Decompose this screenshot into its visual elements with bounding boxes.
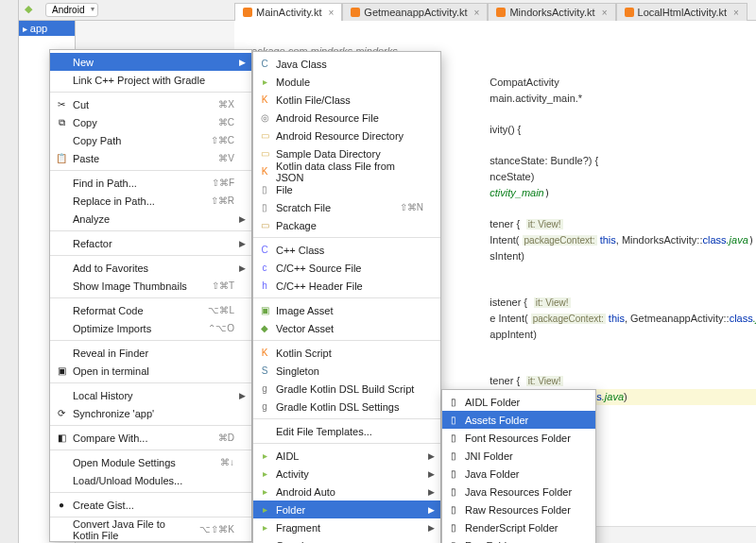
context-menu-item[interactable]: ✂Cut⌘X — [50, 95, 251, 113]
context-menu-item[interactable]: Refactor▶ — [50, 234, 251, 252]
new-menu-item[interactable]: ◆Vector Asset — [253, 319, 440, 337]
new-menu-item[interactable]: cC/C++ Source File — [253, 259, 440, 277]
menu-item-label: C/C++ Source File — [276, 263, 361, 274]
menu-item-label: Load/Unload Modules... — [73, 475, 182, 486]
tab-getmeanapp[interactable]: GetmeanappActivity.kt× — [342, 3, 488, 21]
menu-item-icon: ⧉ — [55, 116, 68, 129]
context-menu-item[interactable]: ◧Compare With...⌘D — [50, 429, 251, 447]
new-menu-item[interactable]: ▭Package — [253, 216, 440, 234]
menu-item-icon: ● — [55, 499, 68, 512]
new-menu-item[interactable]: ▯File — [253, 180, 440, 198]
folder-menu-item[interactable]: ▯Java Resources Folder — [442, 483, 595, 501]
menu-item-icon: K — [258, 93, 271, 107]
new-menu-item[interactable]: Edit File Templates... — [253, 422, 440, 440]
context-menu-item[interactable]: Load/Unload Modules... — [50, 471, 251, 489]
context-menu-item[interactable]: Convert Java File to Kotlin File⌥⇧⌘K — [50, 520, 251, 538]
menu-item-icon: h — [258, 280, 271, 293]
menu-item-icon: ▸ — [258, 467, 271, 481]
context-menu-item[interactable]: Link C++ Project with Gradle — [50, 71, 251, 89]
menu-item-icon: ⟳ — [55, 407, 68, 420]
new-menu-item[interactable]: hC/C++ Header File — [253, 277, 440, 295]
new-menu-item[interactable]: ▸Module — [253, 73, 440, 91]
new-menu-item[interactable]: ▸Fragment▶ — [253, 518, 440, 536]
folder-menu-item[interactable]: ▯Raw Resources Folder — [442, 501, 595, 518]
context-menu-item[interactable]: Analyze▶ — [50, 210, 251, 228]
context-menu-item[interactable]: Open Module Settings⌘↓ — [50, 453, 251, 471]
close-icon[interactable]: × — [474, 8, 480, 18]
context-menu-item[interactable]: Optimize Imports⌃⌥O — [50, 319, 251, 337]
new-menu-item[interactable]: ▭Android Resource Directory — [253, 127, 440, 144]
project-node-app[interactable]: ▸ app — [19, 21, 75, 36]
context-menu-item[interactable]: ⟳Synchronize 'app' — [50, 404, 251, 422]
context-menu-item[interactable]: Find in Path...⇧⌘F — [50, 174, 251, 192]
tab-mainactivity[interactable]: MainActivity.kt× — [234, 3, 342, 21]
menu-item-label: Activity — [276, 468, 309, 480]
new-menu-item[interactable]: gGradle Kotlin DSL Settings — [253, 398, 440, 416]
context-menu-item[interactable]: ●Create Gist... — [50, 496, 251, 514]
menu-item-icon: ▣ — [55, 365, 68, 378]
menu-item-label: Singleton — [276, 365, 319, 377]
new-menu-item[interactable]: ▸AIDL▶ — [253, 447, 440, 465]
folder-menu-item[interactable]: ▯Java Folder — [442, 465, 595, 483]
folder-menu-item[interactable]: ▯Assets Folder — [442, 411, 595, 429]
menu-separator — [50, 92, 251, 93]
menu-item-label: RenderScript Folder — [465, 522, 558, 534]
menu-item-icon: ▯ — [447, 450, 460, 463]
context-menu-item[interactable]: Add to Favorites▶ — [50, 259, 251, 277]
new-menu-item[interactable]: gGradle Kotlin DSL Build Script — [253, 380, 440, 398]
context-menu-item[interactable]: ▣Open in terminal — [50, 362, 251, 380]
new-menu-item[interactable]: ▸Android Auto▶ — [253, 483, 440, 501]
kotlin-file-icon — [625, 8, 634, 17]
close-icon[interactable]: × — [733, 8, 739, 18]
submenu-arrow-icon: ▶ — [239, 58, 246, 67]
new-menu-item[interactable]: KKotlin Script — [253, 344, 440, 362]
menu-item-icon: ▸ — [258, 76, 271, 89]
new-menu-item[interactable]: ▸Google▶ — [253, 536, 440, 543]
folder-menu-item[interactable]: ▯AIDL Folder — [442, 393, 595, 411]
folder-menu-item[interactable]: ▯Res Folder — [442, 536, 595, 543]
context-menu-item[interactable]: ⧉Copy⌘C — [50, 113, 251, 131]
context-menu-item[interactable]: Reformat Code⌥⌘L — [50, 301, 251, 319]
context-menu-item[interactable]: New▶ — [50, 53, 251, 71]
menu-item-label: Local History — [73, 390, 133, 401]
menu-item-label: Sample Data Directory — [276, 148, 381, 160]
menu-item-icon: K — [258, 347, 271, 360]
menu-item-label: Open Module Settings — [73, 457, 176, 468]
new-menu-item[interactable]: ▸Activity▶ — [253, 465, 440, 483]
menu-item-label: Raw Resources Folder — [465, 504, 571, 516]
menu-item-label: New — [73, 57, 94, 68]
context-menu-item[interactable]: Show Image Thumbnails⇧⌘T — [50, 277, 251, 295]
menu-item-label: Link C++ Project with Gradle — [73, 75, 205, 86]
folder-menu-item[interactable]: ▯JNI Folder — [442, 447, 595, 465]
menu-item-label: Package — [276, 220, 317, 231]
context-menu-item[interactable]: Local History▶ — [50, 386, 251, 404]
new-menu-item[interactable]: CC++ Class — [253, 241, 440, 259]
menu-item-label: Google — [276, 540, 309, 544]
tab-localhtml[interactable]: LocalHtmlActivity.kt× — [616, 3, 747, 21]
new-menu-item[interactable]: ◎Android Resource File — [253, 109, 440, 127]
new-menu-item[interactable]: CJava Class — [253, 55, 440, 73]
submenu-arrow-icon: ▶ — [428, 451, 435, 461]
new-menu-item[interactable]: ▯Scratch File⇧⌘N — [253, 198, 440, 216]
new-menu-item[interactable]: ▸Folder▶ — [253, 501, 440, 518]
menu-separator — [253, 340, 440, 341]
project-mode-select[interactable]: Android — [45, 3, 98, 17]
new-menu-item[interactable]: KKotlin data class File from JSON — [253, 162, 440, 180]
new-menu-item[interactable]: ▣Image Asset — [253, 301, 440, 319]
close-icon[interactable]: × — [328, 8, 334, 18]
new-menu-item[interactable]: SSingleton — [253, 362, 440, 380]
new-menu-item[interactable]: KKotlin File/Class — [253, 91, 440, 109]
close-icon[interactable]: × — [602, 8, 608, 18]
left-tool-strip[interactable] — [0, 0, 19, 543]
context-menu-item[interactable]: Copy Path⇧⌘C — [50, 131, 251, 149]
tab-mindorks[interactable]: MindorksActivity.kt× — [488, 3, 615, 21]
editor-tabs: MainActivity.kt× GetmeanappActivity.kt× … — [234, 0, 756, 21]
folder-menu-item[interactable]: ▯RenderScript Folder — [442, 518, 595, 536]
menu-item-icon: ▯ — [447, 432, 460, 445]
context-menu-item[interactable]: 📋Paste⌘V — [50, 149, 251, 167]
context-menu-item[interactable]: Replace in Path...⇧⌘R — [50, 192, 251, 210]
menu-item-label: Res Folder — [465, 540, 516, 544]
folder-menu-item[interactable]: ▯Font Resources Folder — [442, 429, 595, 447]
menu-shortcut: ⌘↓ — [201, 457, 234, 467]
context-menu-item[interactable]: Reveal in Finder — [50, 344, 251, 362]
